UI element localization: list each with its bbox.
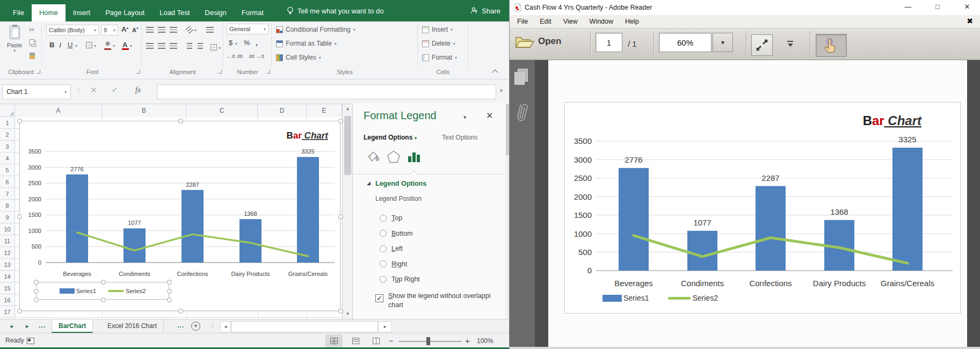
hscroll-left-icon[interactable]: ◂ — [220, 321, 231, 332]
selection-handle[interactable] — [167, 280, 172, 285]
legend-item-series1[interactable]: Series1 — [60, 288, 96, 294]
zoom-value-input[interactable]: 60% — [659, 33, 712, 52]
align-right-icon[interactable] — [170, 43, 177, 49]
font-color-button[interactable]: A — [122, 41, 127, 49]
menu-window[interactable]: Window — [584, 15, 619, 28]
font-name-select[interactable]: Calibri (Body)▾ — [46, 25, 99, 35]
page-number-input[interactable]: 1 — [596, 33, 622, 52]
orientation-icon[interactable] — [186, 26, 194, 34]
selection-handle[interactable] — [101, 280, 106, 285]
vertical-scroll-thumb[interactable] — [344, 116, 351, 175]
legend-options-icon[interactable] — [408, 150, 420, 163]
effects-icon[interactable] — [386, 149, 401, 164]
ribbon-button-delete-cells[interactable]: Delete▾ — [422, 40, 455, 47]
ribbon-button-cell-styles[interactable]: Cell Styles▾ — [276, 54, 321, 61]
selection-handle[interactable] — [338, 119, 343, 123]
row-header-6[interactable]: 6 — [0, 176, 14, 188]
column-header-d[interactable]: D — [258, 104, 307, 117]
macro-record-icon[interactable] — [27, 338, 34, 344]
scroll-down-icon[interactable]: ▼ — [343, 309, 353, 319]
fit-page-button[interactable] — [751, 34, 773, 56]
selection-handle[interactable] — [17, 214, 22, 219]
ribbon-tab-format[interactable]: Format — [234, 4, 271, 21]
align-left-icon[interactable] — [146, 43, 154, 49]
maximize-icon[interactable]: □ — [926, 0, 949, 14]
wrap-text-icon[interactable] — [206, 27, 214, 33]
column-header-c[interactable]: C — [186, 104, 258, 117]
radio-circle[interactable] — [380, 230, 387, 237]
selection-handle[interactable] — [338, 309, 343, 314]
excel-chart-object[interactable]: 05001000150020002500300035002776Beverage… — [19, 121, 340, 311]
row-header-1[interactable]: 1 — [0, 117, 14, 129]
zoom-slider-thumb[interactable] — [426, 337, 430, 345]
ribbon-button-insert-cells[interactable]: Insert▾ — [422, 26, 453, 33]
ribbon-tab-page-layout[interactable]: Page Layout — [98, 4, 152, 21]
grow-font-button[interactable]: A▴ — [121, 25, 128, 33]
radio-option-left[interactable]: Left — [380, 241, 420, 257]
decrease-indent-icon[interactable] — [187, 43, 192, 49]
selection-handle[interactable] — [17, 119, 22, 123]
selection-handle[interactable] — [167, 297, 172, 302]
percent-button[interactable]: % — [244, 39, 250, 47]
radio-circle[interactable] — [380, 215, 387, 222]
formula-input[interactable] — [157, 84, 496, 99]
selection-handle[interactable] — [101, 297, 106, 302]
zoom-out-icon[interactable]: − — [389, 336, 394, 345]
attachments-paperclip-icon[interactable] — [511, 99, 533, 126]
radio-circle[interactable] — [380, 260, 387, 267]
next-sheet-icon[interactable]: ▸ — [26, 319, 29, 333]
horizontal-scrollbar[interactable] — [231, 321, 378, 332]
ribbon-button-format-as-table[interactable]: Format as Table▾ — [276, 40, 337, 47]
show-legend-checkbox[interactable]: ✓ — [375, 294, 383, 302]
menu-file[interactable]: File — [511, 15, 534, 28]
row-header-13[interactable]: 13 — [0, 259, 14, 271]
legend-options-section-header[interactable]: Legend Options — [375, 180, 426, 187]
dialog-launcher-icon[interactable] — [37, 70, 40, 74]
vertical-scrollbar[interactable]: ▲ ▼ — [342, 104, 352, 319]
number-format-select[interactable]: General▾ — [227, 24, 268, 34]
align-top-icon[interactable] — [146, 27, 154, 33]
row-header-15[interactable]: 15 — [0, 282, 14, 294]
dialog-launcher-icon[interactable] — [218, 70, 222, 74]
row-header-17[interactable]: 17 — [0, 306, 14, 318]
page-break-view-button[interactable] — [367, 335, 384, 347]
row-header-12[interactable]: 12 — [0, 247, 14, 259]
ribbon-tab-design[interactable]: Design — [197, 4, 234, 21]
select-all-corner[interactable] — [0, 104, 15, 117]
menu-help[interactable]: Help — [619, 15, 645, 28]
radio-circle[interactable] — [380, 276, 387, 283]
shrink-font-button[interactable]: A▾ — [132, 26, 138, 33]
dialog-launcher-icon[interactable] — [136, 70, 140, 74]
ribbon-tab-insert[interactable]: Insert — [66, 4, 98, 21]
increase-decimal-button[interactable]: ←.0 .00 — [227, 54, 243, 59]
selection-handle[interactable] — [338, 214, 343, 219]
underline-button[interactable]: U — [68, 41, 72, 49]
selection-handle[interactable] — [167, 289, 172, 294]
font-size-select[interactable]: 9▾ — [101, 25, 118, 35]
ribbon-button-format-cells[interactable]: Format▾ — [422, 54, 457, 61]
radio-option-right[interactable]: Right — [380, 257, 420, 272]
pane-dd-icon[interactable]: ▾ — [463, 114, 467, 121]
borders-icon[interactable] — [86, 42, 92, 48]
close-icon[interactable]: ✕ — [955, 0, 979, 14]
row-header-3[interactable]: 3 — [0, 141, 14, 152]
row-header-7[interactable]: 7 — [0, 188, 14, 200]
menu-edit[interactable]: Edit — [534, 15, 557, 28]
row-header-11[interactable]: 11 — [0, 235, 14, 247]
scroll-up-icon[interactable]: ▲ — [343, 104, 353, 114]
close-document-icon[interactable]: ✖ — [967, 17, 973, 25]
zoom-dd-button[interactable]: ▼ — [713, 33, 733, 52]
fill-color-dd-icon[interactable]: ▾ — [113, 43, 115, 48]
minimize-icon[interactable]: — — [896, 0, 920, 14]
expand-formula-bar-icon[interactable]: ▾ — [500, 88, 503, 93]
comma-button[interactable]: , — [256, 39, 258, 47]
decrease-decimal-button[interactable]: .00 →.0 — [248, 54, 264, 59]
fill-line-icon[interactable] — [366, 149, 381, 164]
zoom-in-icon[interactable]: + — [465, 336, 470, 345]
cancel-icon[interactable]: ✕ — [90, 85, 97, 95]
open-button[interactable]: Open — [515, 33, 561, 49]
enter-icon[interactable]: ✓ — [112, 85, 118, 94]
more-tools-dd-icon[interactable] — [787, 41, 794, 47]
row-header-10[interactable]: 10 — [0, 223, 14, 235]
column-header-a[interactable]: A — [15, 104, 102, 117]
